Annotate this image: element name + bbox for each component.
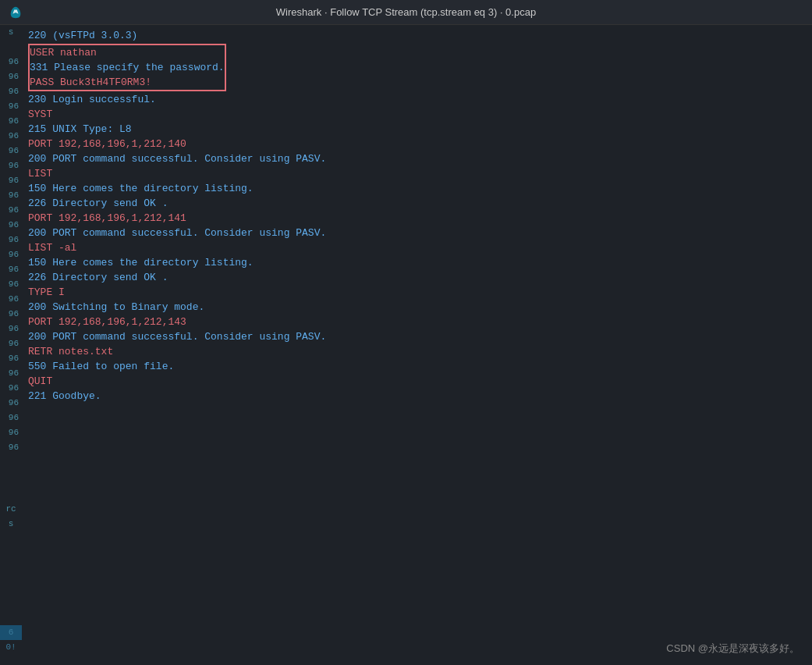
stream-line-8: PORT 192,168,196,1,212,140 <box>28 137 806 151</box>
sidebar-search-icon[interactable] <box>0 40 22 55</box>
auth-highlight-block: USER nathan 331 Please specify the passw… <box>28 44 226 91</box>
stream-line-3: 331 Please specify the password. <box>30 60 225 75</box>
sidebar-num-21: 96 <box>0 351 22 366</box>
stream-line-15: LIST -al <box>28 240 806 255</box>
stream-line-17: 226 Directory send OK . <box>28 270 806 285</box>
sidebar-num-18: 96 <box>0 307 22 322</box>
stream-line-18: TYPE I <box>28 285 806 300</box>
stream-line-4: PASS Buck3tH4TF0RM3! <box>30 75 225 90</box>
sidebar-num-16: 96 <box>0 277 22 292</box>
sidebar-num-9: 96 <box>0 173 22 188</box>
sidebar-rc-label: rc <box>0 502 22 517</box>
stream-line-10: LIST <box>28 166 806 181</box>
sidebar-s-label2: s <box>0 517 22 532</box>
watermark: CSDN @永远是深夜该多好。 <box>666 642 800 656</box>
wireshark-icon <box>8 5 23 20</box>
stream-line-24: QUIT <box>28 374 806 389</box>
stream-line-7: 215 UNIX Type: L8 <box>28 122 806 137</box>
stream-line-1: 220 (vsFTPd 3.0.3) <box>28 28 806 43</box>
sidebar-num-14: 96 <box>0 247 22 262</box>
stream-line-16: 150 Here comes the directory listing. <box>28 255 806 270</box>
stream-line-5: 230 Login successful. <box>28 92 806 107</box>
stream-line-23: 550 Failed to open file. <box>28 359 806 374</box>
stream-line-14: 200 PORT command successful. Consider us… <box>28 226 806 240</box>
sidebar-num-27: 96 <box>0 440 22 455</box>
stream-line-2: USER nathan <box>30 45 225 60</box>
sidebar-6-label: 6 <box>0 625 22 640</box>
sidebar-num-3: 96 <box>0 84 22 99</box>
sidebar-num-25: 96 <box>0 411 22 425</box>
sidebar-num-10: 96 <box>0 188 22 203</box>
sidebar-num-23: 96 <box>0 381 22 396</box>
sidebar-num-15: 96 <box>0 262 22 277</box>
sidebar-num-1: 96 <box>0 55 22 69</box>
tcp-stream-content: 220 (vsFTPd 3.0.3) USER nathan 331 Pleas… <box>22 25 812 665</box>
sidebar-num-7: 96 <box>0 144 22 158</box>
stream-line-11: 150 Here comes the directory listing. <box>28 181 806 196</box>
stream-line-13: PORT 192,168,196,1,212,141 <box>28 211 806 226</box>
sidebar-num-2: 96 <box>0 69 22 84</box>
sidebar-num-22: 96 <box>0 366 22 381</box>
sidebar-num-8: 96 <box>0 158 22 173</box>
window-title: Wireshark · Follow TCP Stream (tcp.strea… <box>276 6 536 18</box>
stream-line-12: 226 Directory send OK . <box>28 196 806 211</box>
sidebar-num-6: 96 <box>0 129 22 144</box>
stream-line-6: SYST <box>28 107 806 122</box>
sidebar-num-17: 96 <box>0 292 22 307</box>
titlebar: Wireshark · Follow TCP Stream (tcp.strea… <box>0 0 812 25</box>
sidebar-num-13: 96 <box>0 233 22 247</box>
stream-line-21: 200 PORT command successful. Consider us… <box>28 329 806 344</box>
sidebar-num-11: 96 <box>0 203 22 218</box>
stream-line-25: 221 Goodbye. <box>28 389 806 404</box>
sidebar-num-20: 96 <box>0 336 22 351</box>
stream-line-22: RETR notes.txt <box>28 344 806 359</box>
sidebar-s-icon: s <box>0 25 22 40</box>
sidebar-num-19: 96 <box>0 322 22 336</box>
sidebar-num-26: 96 <box>0 425 22 440</box>
sidebar-num-4: 96 <box>0 99 22 114</box>
sidebar-num-24: 96 <box>0 396 22 411</box>
stream-line-9: 200 PORT command successful. Consider us… <box>28 151 806 166</box>
sidebar-num-5: 96 <box>0 114 22 129</box>
stream-line-20: PORT 192,168,196,1,212,143 <box>28 315 806 329</box>
sidebar-num-12: 96 <box>0 218 22 233</box>
line-number-sidebar: s 96 96 96 96 96 96 96 96 96 96 96 96 96… <box>0 25 22 665</box>
stream-line-19: 200 Switching to Binary mode. <box>28 300 806 315</box>
sidebar-0-label: 0! <box>0 640 22 655</box>
